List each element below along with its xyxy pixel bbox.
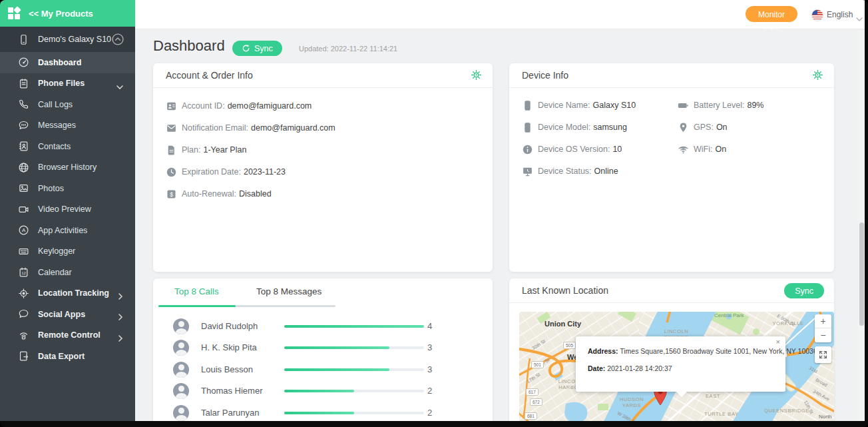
active-tab-indicator xyxy=(158,305,236,307)
tab-bar: Top 8 Calls Top 8 Messages xyxy=(153,278,493,307)
field-label: Plan: xyxy=(182,145,201,155)
contact-row: Louis Besson 3 xyxy=(153,360,493,382)
field-label: GPS: xyxy=(694,123,714,132)
battery-level-row: Battery Level: 89% xyxy=(678,99,763,112)
chevron-right-icon xyxy=(118,290,123,302)
refresh-icon xyxy=(242,44,250,53)
zoom-in-button[interactable]: + xyxy=(815,314,831,328)
sidebar-item-social-apps[interactable]: Social Apps xyxy=(0,304,135,325)
avatar xyxy=(173,362,189,378)
field-value: Galaxy S10 xyxy=(593,101,636,110)
my-products-button[interactable]: << My Products xyxy=(0,0,135,27)
sidebar-item-photos[interactable]: Photos xyxy=(0,178,135,199)
app-window: << My Products Demo's Galaxy S10 Dashboa… xyxy=(0,0,868,427)
close-icon[interactable]: × xyxy=(776,338,780,346)
circle-a-icon: A xyxy=(18,224,29,236)
sidebar-item-label: Photos xyxy=(38,184,64,193)
map-zoom-control: + − xyxy=(815,314,831,342)
scrollbar-track[interactable] xyxy=(858,29,865,421)
map-label-north: North xyxy=(819,414,832,420)
chevron-down-icon[interactable] xyxy=(856,13,863,25)
gps-row: GPS: On xyxy=(678,121,763,134)
topbar: Monitor Now English xyxy=(135,0,865,29)
screen-frame xyxy=(865,0,868,427)
field-label: Device Status: xyxy=(538,167,592,176)
field-label: Notification Email: xyxy=(182,123,248,133)
sidebar-item-location-tracking[interactable]: Location Tracking xyxy=(0,283,135,304)
map[interactable]: Union City Weeh LINCOLN TOWERS YORKVILLE… xyxy=(519,312,834,421)
sidebar-item-label: Data Export xyxy=(38,352,85,361)
sync-label: Sync xyxy=(795,286,813,296)
sidebar-item-contacts[interactable]: Contacts xyxy=(0,136,135,157)
call-count-bar xyxy=(284,346,424,349)
language-selector[interactable]: English xyxy=(827,10,853,19)
avatar xyxy=(173,318,189,334)
gear-icon[interactable] xyxy=(471,69,482,83)
tab-top-8-calls[interactable]: Top 8 Calls xyxy=(174,278,219,305)
sidebar-item-browser-history[interactable]: Browser History xyxy=(0,157,135,179)
image-icon xyxy=(18,183,29,194)
sidebar-item-remote-control[interactable]: Remote Control xyxy=(0,325,135,346)
my-products-label: << My Products xyxy=(29,9,93,19)
updated-timestamp: Updated: 2022-11-22 11:14:21 xyxy=(299,45,397,53)
field-label: Expiration Date: xyxy=(182,167,241,177)
sync-label: Sync xyxy=(254,44,273,53)
sidebar-item-app-activities[interactable]: A App Activities xyxy=(0,220,135,241)
field-value: Online xyxy=(594,167,618,176)
contact-row: David Rudolph 4 xyxy=(153,317,493,338)
sidebar-item-label: App Activities xyxy=(38,226,87,235)
chevron-right-icon xyxy=(118,332,123,344)
chevron-down-icon xyxy=(116,81,123,93)
last-location-card: Last Known Location Sync xyxy=(509,278,834,421)
field-value: demo@famiguard.com xyxy=(251,123,335,133)
call-count: 4 xyxy=(427,321,432,331)
account-order-card: Account & Order Info Account ID: demo@fa… xyxy=(153,63,493,272)
card-title: Last Known Location xyxy=(522,285,608,296)
field-value: demo@famiguard.com xyxy=(228,101,312,111)
address-book-icon xyxy=(18,141,29,152)
dashboard-icon xyxy=(18,57,29,68)
call-count-bar xyxy=(284,325,424,328)
field-value: On xyxy=(715,145,726,154)
notification-email-row: Notification Email: demo@famiguard.com xyxy=(166,121,493,135)
device-selector[interactable]: Demo's Galaxy S10 xyxy=(0,27,135,52)
chevron-up-circle-icon[interactable] xyxy=(111,33,124,49)
map-label-hudson-yards: HUDSON YARDS xyxy=(618,396,646,408)
sidebar-item-keylogger[interactable]: Keylogger xyxy=(0,241,135,262)
clipboard-icon xyxy=(18,78,29,89)
monitor-now-button[interactable]: Monitor Now xyxy=(746,6,797,22)
sidebar-item-dashboard[interactable]: Dashboard xyxy=(0,52,135,73)
fullscreen-button[interactable] xyxy=(815,346,831,363)
sidebar-item-video-preview[interactable]: Video Preview xyxy=(0,199,135,220)
globe-icon xyxy=(18,162,29,173)
sidebar-item-call-logs[interactable]: Call Logs xyxy=(0,94,135,115)
gear-icon[interactable] xyxy=(812,69,823,83)
zoom-out-button[interactable]: − xyxy=(815,328,831,342)
monitor-icon xyxy=(522,166,533,177)
route-shield-672: 672 xyxy=(530,398,542,406)
us-flag-icon xyxy=(811,9,823,21)
info-date-line: Date: 2021-01-28 14:20:37 xyxy=(588,364,672,372)
battery-icon xyxy=(678,100,689,111)
contact-name: Thomas Hiemer xyxy=(201,386,262,396)
call-count-bar xyxy=(284,368,424,371)
location-sync-button[interactable]: Sync xyxy=(784,283,824,298)
sidebar-item-messages[interactable]: Messages xyxy=(0,115,135,137)
info-icon xyxy=(522,144,533,155)
document-icon xyxy=(166,145,177,156)
tab-top-8-messages[interactable]: Top 8 Messages xyxy=(256,278,322,305)
sidebar-item-phone-files[interactable]: Phone Files xyxy=(0,73,135,95)
field-value: 1-Year Plan xyxy=(204,145,247,155)
contact-name: Talar Parunyan xyxy=(201,408,259,418)
scrollbar-thumb[interactable] xyxy=(859,222,864,326)
sidebar-item-data-export[interactable]: Data Export xyxy=(0,346,135,367)
sidebar-item-label: Dashboard xyxy=(38,58,81,67)
sidebar-item-label: Browser History xyxy=(38,163,97,172)
file-export-icon xyxy=(18,350,29,362)
avatar xyxy=(173,405,189,421)
account-id-row: Account ID: demo@famiguard.com xyxy=(166,99,493,113)
field-label: Device OS Version: xyxy=(538,145,610,154)
sidebar-item-calendar[interactable]: 12 Calendar xyxy=(0,262,135,283)
sync-button[interactable]: Sync xyxy=(232,41,282,56)
field-label: Device Name: xyxy=(538,101,590,110)
